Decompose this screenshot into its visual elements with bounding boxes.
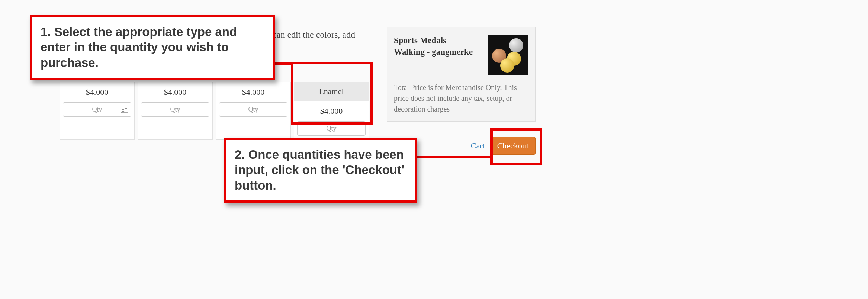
pricing-row: $4.000 $4.000 $4.000 Enamel $4.000 [60, 82, 369, 140]
pricing-column: $4.000 [60, 82, 135, 140]
price-cell: $4.000 [294, 101, 369, 119]
svg-rect-2 [125, 108, 127, 109]
product-summary-card: Sports Medals - Walking - gangmerke Tota… [387, 27, 536, 122]
svg-rect-3 [125, 110, 127, 110]
pricing-column-enamel: Enamel $4.000 [294, 82, 369, 140]
annotation-callout-2: 2. Once quantities have been input, clic… [224, 138, 417, 203]
product-thumbnail [488, 35, 528, 75]
annotation-connector [275, 62, 292, 65]
quantity-input[interactable] [219, 102, 287, 117]
column-header: Enamel [294, 82, 369, 101]
pricing-column: $4.000 [216, 82, 291, 140]
price-cell: $4.000 [138, 82, 212, 100]
product-title: Sports Medals - Walking - gangmerke [394, 35, 482, 75]
quantity-input[interactable] [141, 102, 209, 117]
cart-link[interactable]: Cart [471, 141, 485, 151]
quantity-input[interactable] [297, 121, 366, 136]
pricing-column: $4.000 [138, 82, 213, 140]
price-cell: $4.000 [60, 82, 134, 100]
price-cell: $4.000 [216, 82, 290, 100]
annotation-connector [417, 156, 492, 158]
id-card-icon [121, 107, 128, 114]
checkout-button[interactable]: Checkout [490, 137, 536, 155]
annotation-callout-1: 1. Select the appropriate type and enter… [30, 15, 275, 80]
price-disclaimer: Total Price is for Merchandise Only. Thi… [394, 82, 528, 115]
svg-point-1 [122, 108, 124, 110]
